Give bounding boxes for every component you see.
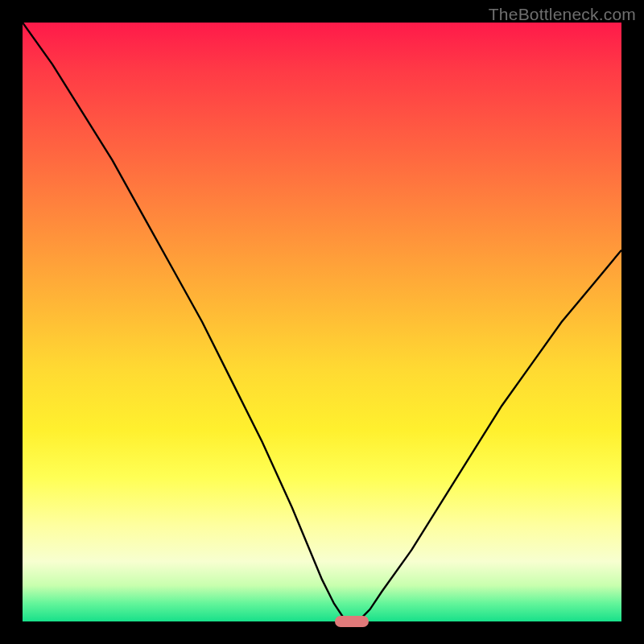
chart-plot-area — [23, 23, 621, 621]
watermark-text: TheBottleneck.com — [489, 5, 636, 24]
bottleneck-curve — [23, 23, 621, 621]
optimal-marker — [335, 616, 369, 627]
